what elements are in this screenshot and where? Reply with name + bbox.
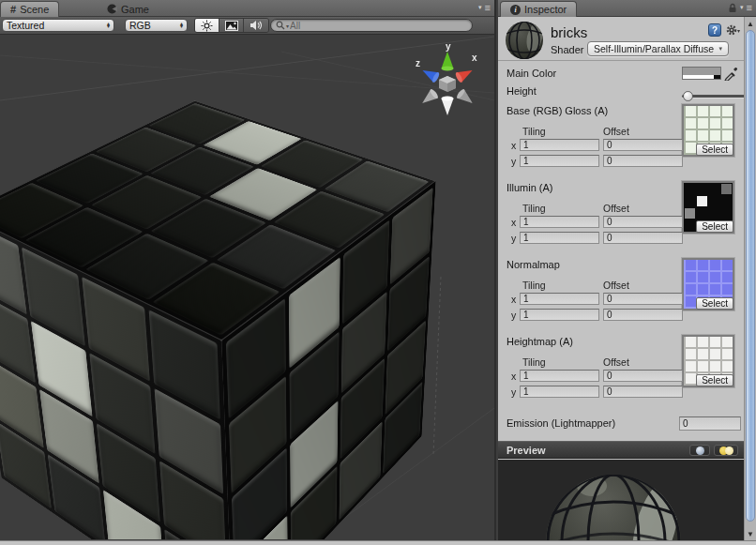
offset-y-input[interactable] xyxy=(603,155,683,167)
tiling-x-input[interactable] xyxy=(520,293,599,305)
tab-scene[interactable]: # Scene xyxy=(0,1,59,17)
scene-search[interactable]: ▾ xyxy=(270,19,473,32)
scene-viewport[interactable]: y x z xyxy=(0,35,494,539)
select-button[interactable]: Select xyxy=(696,374,733,386)
height-slider[interactable] xyxy=(682,90,746,101)
section-title: Base (RGB) Gloss (A) xyxy=(507,105,608,116)
tiling-x-input[interactable] xyxy=(520,216,599,228)
emission-label: Emission (Lightmapper) xyxy=(507,417,615,429)
y-axis-label: y xyxy=(511,310,516,321)
settings-button[interactable]: ▾ xyxy=(726,23,741,37)
image-icon xyxy=(225,21,238,31)
cube-object[interactable] xyxy=(91,151,342,525)
search-input[interactable] xyxy=(290,21,467,31)
tiling-y-input[interactable] xyxy=(520,232,599,244)
tab-game[interactable]: Game xyxy=(98,1,159,17)
dropdown-arrow-icon[interactable]: ▾ xyxy=(740,4,744,11)
height-label: Height xyxy=(507,85,537,97)
lock-icon[interactable] xyxy=(728,3,737,13)
inspector-scrollbar[interactable]: ▲ ▼ xyxy=(744,17,756,541)
search-icon xyxy=(276,21,285,30)
material-ball-icon xyxy=(503,19,546,62)
preview-title: Preview xyxy=(507,445,546,456)
texture-thumbnail[interactable]: Select xyxy=(682,104,734,157)
material-header: bricks Shader Self-Illumin/Parallax Diff… xyxy=(498,17,744,61)
offset-x-input[interactable] xyxy=(603,139,683,151)
tab-inspector[interactable]: i Inspector xyxy=(500,1,577,17)
window-bottom-edge xyxy=(0,540,756,545)
offset-x-input[interactable] xyxy=(603,293,683,305)
x-axis-label: x xyxy=(511,140,516,151)
select-button[interactable]: Select xyxy=(696,297,733,310)
audio-toggle[interactable] xyxy=(244,19,268,32)
eyedropper-icon[interactable] xyxy=(724,66,738,81)
preview-header[interactable]: Preview xyxy=(498,441,744,459)
offset-y-input[interactable] xyxy=(603,386,683,398)
main-color-swatch[interactable] xyxy=(682,67,721,80)
menu-icon[interactable]: ≡ xyxy=(747,2,752,13)
texture-section-heightmap: Heightmap (A) Select Tiling Offset x y xyxy=(498,334,744,403)
unity-editor-window: # Scene Game ▾ ≡ Textured ▴▾ RGB xyxy=(0,0,756,545)
material-name: bricks xyxy=(551,24,587,40)
help-button[interactable]: ? xyxy=(708,23,721,37)
color-mode-dropdown[interactable]: RGB ▴▾ xyxy=(125,19,188,32)
tiling-header: Tiling xyxy=(522,280,546,291)
search-filter-arrow-icon: ▾ xyxy=(286,23,289,29)
x-axis-label: x xyxy=(511,294,516,305)
gizmo-cones xyxy=(419,52,476,115)
gizmo-y-label[interactable]: y xyxy=(446,41,451,52)
texture-thumbnail[interactable]: Select xyxy=(682,258,734,310)
skybox-toggle[interactable] xyxy=(219,19,244,32)
tiling-y-input[interactable] xyxy=(520,309,599,321)
offset-y-input[interactable] xyxy=(603,309,683,321)
gizmo-z-label[interactable]: z xyxy=(416,58,420,68)
tiling-y-input[interactable] xyxy=(520,386,599,398)
scene-panel: # Scene Game ▾ ≡ Textured ▴▾ RGB xyxy=(0,0,496,545)
game-icon xyxy=(107,4,117,14)
info-icon: i xyxy=(510,5,521,15)
gear-icon xyxy=(726,24,737,36)
offset-x-input[interactable] xyxy=(603,216,683,228)
y-axis-label: y xyxy=(511,156,516,167)
select-button[interactable]: Select xyxy=(696,144,733,156)
scene-tabstrip: # Scene Game ▾ ≡ xyxy=(0,0,494,17)
texture-section-base: Base (RGB) Gloss (A) Select Tiling Offse… xyxy=(498,103,744,173)
tiling-x-input[interactable] xyxy=(520,370,599,382)
scroll-down-arrow[interactable]: ▼ xyxy=(745,528,756,539)
x-axis-label: x xyxy=(511,217,516,228)
scrollbar-thumb[interactable] xyxy=(746,30,755,522)
gizmo-x-label[interactable]: x xyxy=(472,53,477,63)
tiling-y-input[interactable] xyxy=(520,155,599,167)
speaker-icon xyxy=(249,20,263,31)
texture-thumbnail[interactable]: Select xyxy=(682,335,734,387)
updown-arrows-icon: ▴▾ xyxy=(180,23,183,29)
inspector-tabstrip: i Inspector ▾ ≡ xyxy=(498,0,756,17)
scene-view-toggles xyxy=(194,18,269,33)
draw-mode-dropdown[interactable]: Textured ▴▾ xyxy=(2,19,114,32)
emission-input[interactable] xyxy=(679,416,741,431)
shader-value: Self-Illumin/Parallax Diffuse xyxy=(594,43,718,54)
select-button[interactable]: Select xyxy=(696,220,733,233)
orientation-gizmo[interactable]: y x z xyxy=(412,40,483,119)
offset-x-input[interactable] xyxy=(603,370,683,382)
y-axis-label: y xyxy=(511,386,516,398)
tab-scene-label: Scene xyxy=(20,4,49,15)
sphere-icon xyxy=(696,447,704,455)
updown-arrows-icon: ▴▾ xyxy=(107,23,110,29)
scroll-up-arrow[interactable]: ▲ xyxy=(745,18,756,29)
menu-icon: ≡ xyxy=(485,2,491,13)
offset-header: Offset xyxy=(603,126,629,137)
preview-shape-button[interactable] xyxy=(689,445,710,456)
shader-dropdown[interactable]: Self-Illumin/Parallax Diffuse ▾ xyxy=(587,41,729,56)
material-preview-area[interactable] xyxy=(498,460,744,540)
slider-knob[interactable] xyxy=(683,91,693,101)
preview-light-toggle[interactable] xyxy=(714,445,738,456)
scene-panel-menu[interactable]: ▾ ≡ xyxy=(478,2,491,13)
scene-grid-icon: # xyxy=(10,4,16,15)
texture-thumbnail[interactable]: Select xyxy=(682,181,734,234)
tiling-x-input[interactable] xyxy=(520,139,599,151)
offset-y-input[interactable] xyxy=(603,232,683,244)
lighting-toggle[interactable] xyxy=(195,19,219,32)
alpha-bar-dark xyxy=(714,75,720,79)
section-title: Heightmap (A) xyxy=(507,336,573,347)
